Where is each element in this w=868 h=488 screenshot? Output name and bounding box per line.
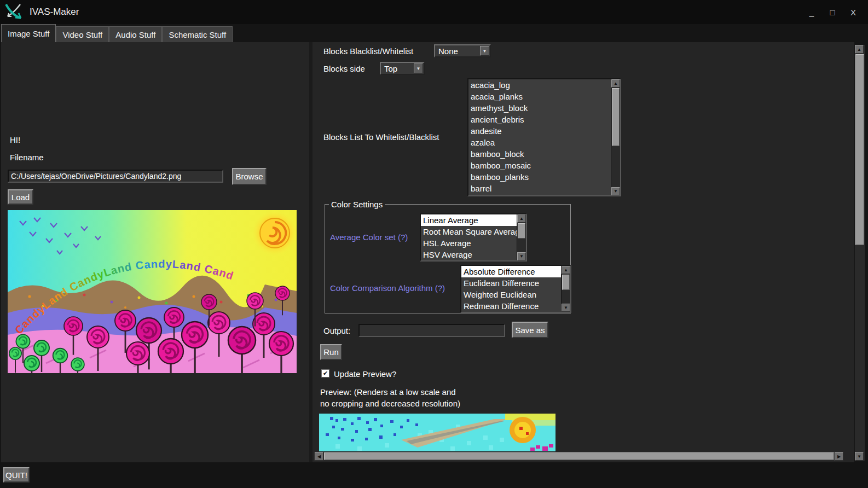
list-option[interactable]: bamboo_mosaic	[468, 160, 611, 171]
preview-image	[319, 414, 555, 451]
scroll-up-button[interactable]: ▲	[611, 79, 620, 88]
blocks-side-dropdown[interactable]: Top ▼	[380, 62, 425, 75]
color-comparison-listbox[interactable]: Absolute DifferenceEuclidean DifferenceW…	[460, 265, 571, 313]
down-arrow-icon: ▼	[614, 189, 618, 194]
preview-caption-line1: Preview: (Renders at a low scale and	[320, 387, 456, 397]
filename-input[interactable]	[8, 170, 223, 183]
scrollbar-trough[interactable]	[855, 54, 865, 452]
list-option[interactable]: barrel	[468, 183, 611, 194]
dropdown-arrow-icon: ▼	[414, 63, 423, 73]
up-arrow-icon: ▲	[614, 81, 618, 86]
scroll-right-button[interactable]: ▶	[835, 452, 843, 461]
average-color-listbox[interactable]: Linear AverageRoot Mean Square AverageHS…	[420, 213, 527, 262]
scroll-left-button[interactable]: ◀	[315, 452, 323, 461]
list-option[interactable]: Absolute Difference	[461, 266, 561, 277]
scrollbar-trough[interactable]	[611, 88, 620, 187]
scroll-down-button[interactable]: ▼	[562, 304, 570, 312]
list-option[interactable]: Redmean Difference	[461, 300, 561, 312]
average-color-label[interactable]: Average Color set (?)	[330, 233, 408, 242]
list-option[interactable]: bamboo_block	[468, 148, 611, 160]
color-settings-title: Color Settings	[329, 200, 385, 209]
scrollbar-thumb[interactable]	[518, 223, 525, 239]
list-option[interactable]: Linear Average	[421, 214, 517, 226]
color-comparison-label[interactable]: Color Comparison Algorithm (?)	[330, 283, 445, 293]
scrollbar-thumb[interactable]	[324, 452, 834, 460]
up-arrow-icon: ▲	[857, 47, 861, 52]
up-arrow-icon: ▲	[519, 216, 524, 221]
tab-video-stuff[interactable]: Video Stuff	[56, 26, 109, 42]
loaded-image: CandyLand CandyLand CandyLand Cand	[8, 210, 297, 373]
list-option[interactable]: bamboo_planks	[468, 171, 611, 183]
scroll-up-button[interactable]: ▲	[855, 45, 864, 54]
average-color-scrollbar[interactable]: ▲ ▼	[517, 214, 526, 260]
browse-button[interactable]: Browse	[232, 168, 267, 185]
up-arrow-icon: ▲	[564, 268, 568, 272]
blacklist-label: Blocks Blacklist/Whitelist	[323, 47, 413, 56]
scrollbar-thumb[interactable]	[612, 88, 620, 146]
tab-bar: Image Stuff Video Stuff Audio Stuff Sche…	[1, 24, 233, 42]
filename-label: Filename	[10, 153, 44, 162]
list-option[interactable]: Weighted Euclidean	[461, 289, 561, 300]
left-arrow-icon: ◀	[317, 454, 321, 459]
output-input[interactable]	[358, 324, 505, 337]
color-comparison-items: Absolute DifferenceEuclidean DifferenceW…	[461, 266, 561, 312]
tab-image-stuff[interactable]: Image Stuff	[1, 24, 56, 42]
minimize-button[interactable]: _	[806, 8, 818, 17]
output-label: Output:	[323, 326, 350, 335]
scroll-up-button[interactable]: ▲	[562, 266, 570, 274]
maximize-button[interactable]: □	[826, 8, 838, 17]
window-title: IVAS-Maker	[30, 7, 79, 18]
scrollbar-trough[interactable]	[517, 223, 526, 252]
quit-button[interactable]: QUIT!	[3, 467, 30, 483]
list-option[interactable]: amethyst_block	[468, 102, 611, 114]
down-arrow-glyph: ▼	[416, 66, 421, 71]
down-arrow-icon: ▼	[857, 454, 861, 459]
preview-caption-line2: no cropping and decreased resolution)	[320, 399, 460, 408]
down-arrow-icon: ▼	[519, 254, 524, 259]
preview-sun	[510, 417, 536, 443]
list-option[interactable]: andesite	[468, 125, 611, 137]
list-option[interactable]: HSV Average	[421, 249, 517, 260]
list-option[interactable]: Euclidean Difference	[461, 277, 561, 289]
color-settings-group: Color Settings Average Color set (?) Lin…	[325, 204, 571, 313]
blocks-listbox[interactable]: acacia_logacacia_planksamethyst_blockanc…	[467, 78, 621, 196]
blocks-list-scrollbar[interactable]: ▲ ▼	[611, 79, 620, 195]
scrollbar-trough[interactable]	[323, 452, 835, 461]
update-preview-checkbox[interactable]: ✔	[321, 369, 329, 377]
scrollbar-trough[interactable]	[562, 274, 570, 304]
list-option[interactable]: ancient_debris	[468, 114, 611, 125]
tab-audio-stuff[interactable]: Audio Stuff	[109, 26, 162, 42]
sun-icon	[252, 210, 297, 256]
list-option[interactable]: HSL Average	[421, 237, 517, 249]
run-button[interactable]: Run	[320, 344, 342, 360]
scroll-down-button[interactable]: ▼	[611, 187, 620, 195]
horizontal-scrollbar[interactable]: ◀ ▶	[315, 452, 843, 461]
blocks-blacklist-value: None	[435, 47, 479, 56]
load-button[interactable]: Load	[8, 189, 33, 205]
right-arrow-icon: ▶	[837, 454, 841, 459]
color-comparison-scrollbar[interactable]: ▲ ▼	[561, 266, 570, 312]
down-arrow-glyph: ▼	[483, 49, 487, 54]
blocks-list-items: acacia_logacacia_planksamethyst_blockanc…	[468, 79, 611, 195]
app-window: IVAS-Maker _ □ X Image Stuff Video Stuff…	[0, 0, 868, 488]
preview-render	[319, 414, 555, 451]
scroll-down-button[interactable]: ▼	[517, 252, 526, 260]
tab-schematic-stuff[interactable]: Schematic Stuff	[162, 26, 233, 42]
scrollbar-thumb[interactable]	[855, 54, 864, 245]
list-option[interactable]: acacia_planks	[468, 91, 611, 102]
average-color-items: Linear AverageRoot Mean Square AverageHS…	[421, 214, 517, 260]
close-button[interactable]: X	[847, 8, 859, 17]
scroll-up-button[interactable]: ▲	[517, 214, 526, 223]
list-option[interactable]: Root Mean Square Average	[421, 226, 517, 237]
save-as-button[interactable]: Save as	[512, 322, 548, 338]
down-arrow-icon: ▼	[564, 305, 568, 310]
vertical-scrollbar[interactable]: ▲ ▼	[855, 45, 865, 461]
list-option[interactable]: azalea	[468, 137, 611, 148]
update-preview-label: Update Preview?	[334, 369, 396, 379]
app-logo-icon	[3, 2, 24, 22]
blocks-blacklist-dropdown[interactable]: None ▼	[434, 44, 491, 57]
scrollbar-thumb[interactable]	[562, 275, 570, 290]
list-option[interactable]: acacia_log	[468, 79, 611, 91]
scroll-down-button[interactable]: ▼	[855, 452, 864, 461]
blocks-side-label: Blocks side	[323, 64, 365, 73]
